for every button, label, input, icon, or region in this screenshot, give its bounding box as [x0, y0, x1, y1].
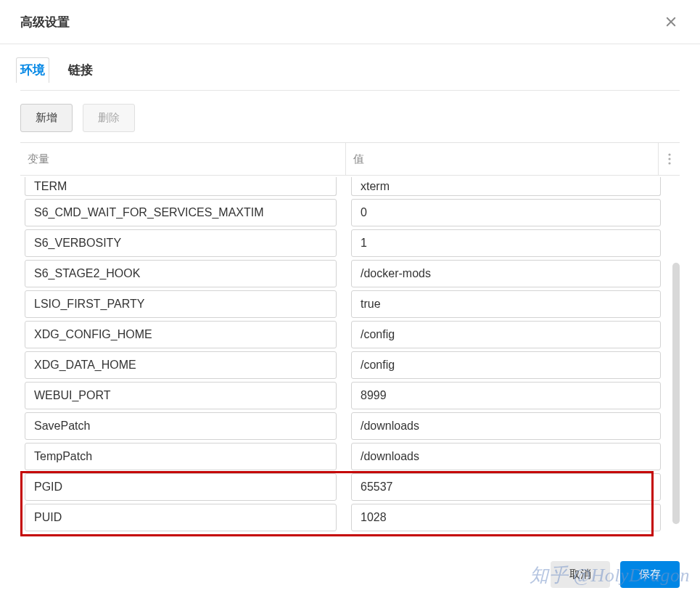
cell-value	[351, 177, 661, 196]
table-row[interactable]	[20, 319, 680, 350]
value-input[interactable]	[351, 177, 661, 196]
column-options-button[interactable]	[658, 143, 680, 175]
variable-input[interactable]	[25, 290, 337, 318]
cell-value	[351, 290, 661, 318]
table-row[interactable]	[20, 228, 680, 258]
cell-variable	[25, 321, 337, 348]
value-input[interactable]	[351, 412, 661, 440]
cell-variable	[25, 177, 337, 196]
value-input[interactable]	[351, 473, 661, 501]
cell-variable	[25, 473, 337, 501]
toolbar: 新增 删除	[20, 91, 680, 142]
add-button[interactable]: 新增	[20, 104, 73, 132]
table-row[interactable]	[20, 502, 680, 533]
tab-environment[interactable]: 环境	[20, 62, 45, 90]
variable-input[interactable]	[25, 382, 337, 409]
value-input[interactable]	[351, 382, 661, 409]
advanced-settings-modal: 高级设置 环境 链接 新增 删除 变量 值 取消	[0, 0, 700, 601]
cell-value	[351, 229, 661, 257]
scrollbar[interactable]	[672, 263, 680, 524]
close-icon	[664, 15, 678, 28]
table-row[interactable]	[20, 350, 680, 380]
table-row[interactable]	[20, 441, 680, 472]
table-header: 变量 值	[20, 142, 680, 176]
cell-value	[351, 199, 661, 226]
scrollbar-thumb[interactable]	[672, 263, 680, 524]
cell-value	[351, 412, 661, 440]
modal-footer: 取消 保存 知乎 @HolyDragon	[0, 551, 700, 601]
table-row[interactable]	[20, 197, 680, 228]
variable-input[interactable]	[25, 260, 337, 287]
column-header-variable: 变量	[20, 152, 345, 166]
cell-variable	[25, 504, 337, 531]
rows-container	[20, 176, 680, 539]
cell-variable	[25, 443, 337, 470]
value-input[interactable]	[351, 321, 661, 348]
tab-links[interactable]: 链接	[68, 62, 93, 90]
column-header-value: 值	[345, 143, 658, 175]
variable-input[interactable]	[25, 229, 337, 257]
svg-point-2	[668, 162, 670, 164]
table-row[interactable]	[20, 411, 680, 441]
svg-point-0	[668, 153, 670, 155]
cell-variable	[25, 229, 337, 257]
table-row[interactable]	[20, 472, 680, 502]
modal-body: 环境 链接 新增 删除 变量 值	[0, 44, 700, 551]
cell-value	[351, 473, 661, 501]
cell-variable	[25, 260, 337, 287]
cell-value	[351, 382, 661, 409]
delete-button[interactable]: 删除	[83, 104, 135, 132]
tab-bar: 环境 链接	[20, 44, 680, 91]
value-input[interactable]	[351, 504, 661, 531]
table-row[interactable]	[20, 176, 680, 197]
value-input[interactable]	[351, 443, 661, 470]
close-button[interactable]	[662, 13, 680, 30]
variable-input[interactable]	[25, 473, 337, 501]
value-input[interactable]	[351, 229, 661, 257]
variable-input[interactable]	[25, 321, 337, 348]
cell-value	[351, 443, 661, 470]
modal-title: 高级设置	[20, 14, 70, 30]
cancel-button[interactable]: 取消	[551, 561, 610, 588]
table-row[interactable]	[20, 258, 680, 289]
variable-input[interactable]	[25, 412, 337, 440]
save-button[interactable]: 保存	[620, 561, 680, 588]
value-input[interactable]	[351, 260, 661, 287]
variable-input[interactable]	[25, 504, 337, 531]
cell-variable	[25, 412, 337, 440]
table-scroll-area	[20, 176, 680, 551]
table-row[interactable]	[20, 289, 680, 319]
cell-variable	[25, 351, 337, 379]
value-input[interactable]	[351, 199, 661, 226]
value-input[interactable]	[351, 351, 661, 379]
variable-input[interactable]	[25, 199, 337, 226]
cell-value	[351, 260, 661, 287]
svg-point-1	[668, 158, 670, 160]
variable-input[interactable]	[25, 351, 337, 379]
variable-input[interactable]	[25, 177, 337, 196]
cell-value	[351, 321, 661, 348]
variable-input[interactable]	[25, 443, 337, 470]
value-input[interactable]	[351, 290, 661, 318]
cell-variable	[25, 290, 337, 318]
cell-variable	[25, 199, 337, 226]
cell-variable	[25, 382, 337, 409]
cell-value	[351, 351, 661, 379]
modal-header: 高级设置	[0, 0, 700, 44]
table-row[interactable]	[20, 380, 680, 411]
cell-value	[351, 504, 661, 531]
dots-vertical-icon	[668, 153, 671, 165]
